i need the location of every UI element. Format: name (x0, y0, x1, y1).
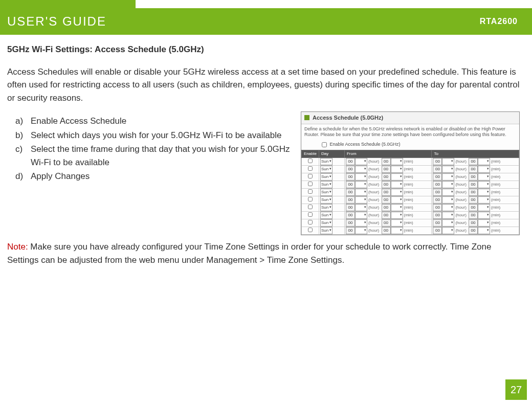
from-hour[interactable]: 00 (346, 189, 355, 196)
day-select[interactable]: Sun (320, 189, 332, 196)
to-hour[interactable]: 00 (433, 196, 442, 204)
to-hour[interactable]: 00 (433, 173, 442, 181)
from-min[interactable]: 00 (382, 204, 391, 211)
to-min-sel[interactable] (478, 173, 490, 181)
from-hour[interactable]: 00 (346, 227, 355, 234)
from-hour-sel[interactable] (355, 173, 367, 181)
from-hour-sel[interactable] (355, 219, 367, 227)
to-min-sel[interactable] (478, 189, 490, 196)
from-min[interactable]: 00 (382, 158, 391, 165)
row-enable-checkbox[interactable] (308, 159, 313, 163)
from-hour[interactable]: 00 (346, 181, 355, 188)
from-min[interactable]: 00 (382, 212, 391, 219)
from-min[interactable]: 00 (382, 181, 391, 188)
day-select[interactable]: Sun (320, 181, 332, 188)
row-enable-checkbox[interactable] (308, 182, 313, 186)
from-min-sel[interactable] (391, 212, 403, 219)
from-hour-sel[interactable] (355, 166, 367, 173)
to-hour-sel[interactable] (442, 219, 454, 227)
to-hour[interactable]: 00 (433, 158, 442, 165)
row-enable-checkbox[interactable] (308, 220, 313, 224)
from-hour-sel[interactable] (355, 212, 367, 219)
to-hour-sel[interactable] (442, 173, 454, 181)
to-min-sel[interactable] (478, 227, 490, 234)
day-select[interactable]: Sun (320, 219, 332, 227)
from-min-sel[interactable] (391, 189, 403, 196)
from-min-sel[interactable] (391, 196, 403, 204)
row-enable-checkbox[interactable] (308, 228, 313, 232)
to-hour-sel[interactable] (442, 204, 454, 211)
day-select[interactable]: Sun (320, 166, 332, 173)
from-min-sel[interactable] (391, 204, 403, 211)
to-hour[interactable]: 00 (433, 166, 442, 173)
to-hour-sel[interactable] (442, 196, 454, 204)
to-min[interactable]: 00 (469, 166, 478, 173)
day-select[interactable]: Sun (320, 173, 332, 181)
row-enable-checkbox[interactable] (308, 197, 313, 201)
from-hour-sel[interactable] (355, 158, 367, 165)
to-hour-sel[interactable] (442, 158, 454, 165)
to-hour[interactable]: 00 (433, 212, 442, 219)
to-min[interactable]: 00 (469, 204, 478, 211)
from-min-sel[interactable] (391, 181, 403, 188)
row-enable-checkbox[interactable] (308, 166, 313, 171)
from-min-sel[interactable] (391, 227, 403, 234)
to-min-sel[interactable] (478, 212, 490, 219)
from-hour[interactable]: 00 (346, 166, 355, 173)
from-min-sel[interactable] (391, 219, 403, 227)
to-hour-sel[interactable] (442, 227, 454, 234)
day-select[interactable]: Sun (320, 227, 332, 234)
to-hour-sel[interactable] (442, 166, 454, 173)
from-hour[interactable]: 00 (346, 158, 355, 165)
from-hour-sel[interactable] (355, 227, 367, 234)
from-hour[interactable]: 00 (346, 212, 355, 219)
to-hour-sel[interactable] (442, 189, 454, 196)
to-min-sel[interactable] (478, 166, 490, 173)
to-hour[interactable]: 00 (433, 181, 442, 188)
to-min[interactable]: 00 (469, 227, 478, 234)
row-enable-checkbox[interactable] (308, 205, 313, 209)
from-hour[interactable]: 00 (346, 204, 355, 211)
from-min-sel[interactable] (391, 173, 403, 181)
to-min[interactable]: 00 (469, 219, 478, 227)
from-min[interactable]: 00 (382, 219, 391, 227)
enable-schedule-checkbox[interactable] (322, 142, 327, 147)
from-hour[interactable]: 00 (346, 196, 355, 204)
from-min-sel[interactable] (391, 158, 403, 165)
to-min-sel[interactable] (478, 181, 490, 188)
from-hour[interactable]: 00 (346, 219, 355, 227)
to-hour[interactable]: 00 (433, 227, 442, 234)
row-enable-checkbox[interactable] (308, 212, 313, 217)
from-hour-sel[interactable] (355, 204, 367, 211)
to-min-sel[interactable] (478, 158, 490, 165)
from-hour[interactable]: 00 (346, 173, 355, 181)
to-min[interactable]: 00 (469, 181, 478, 188)
day-select[interactable]: Sun (320, 196, 332, 204)
to-hour[interactable]: 00 (433, 219, 442, 227)
from-min-sel[interactable] (391, 166, 403, 173)
to-hour-sel[interactable] (442, 212, 454, 219)
to-min-sel[interactable] (478, 196, 490, 204)
day-select[interactable]: Sun (320, 158, 332, 165)
row-enable-checkbox[interactable] (308, 174, 313, 178)
to-min[interactable]: 00 (469, 173, 478, 181)
row-enable-checkbox[interactable] (308, 189, 313, 194)
to-hour-sel[interactable] (442, 181, 454, 188)
from-min[interactable]: 00 (382, 196, 391, 204)
from-hour-sel[interactable] (355, 189, 367, 196)
to-hour[interactable]: 00 (433, 189, 442, 196)
from-min[interactable]: 00 (382, 166, 391, 173)
to-min[interactable]: 00 (469, 158, 478, 165)
from-hour-sel[interactable] (355, 181, 367, 188)
to-min-sel[interactable] (478, 204, 490, 211)
to-hour[interactable]: 00 (433, 204, 442, 211)
to-min[interactable]: 00 (469, 189, 478, 196)
from-min[interactable]: 00 (382, 173, 391, 181)
to-min[interactable]: 00 (469, 196, 478, 204)
day-select[interactable]: Sun (320, 204, 332, 211)
to-min-sel[interactable] (478, 219, 490, 227)
from-hour-sel[interactable] (355, 196, 367, 204)
to-min[interactable]: 00 (469, 212, 478, 219)
from-min[interactable]: 00 (382, 227, 391, 234)
from-min[interactable]: 00 (382, 189, 391, 196)
